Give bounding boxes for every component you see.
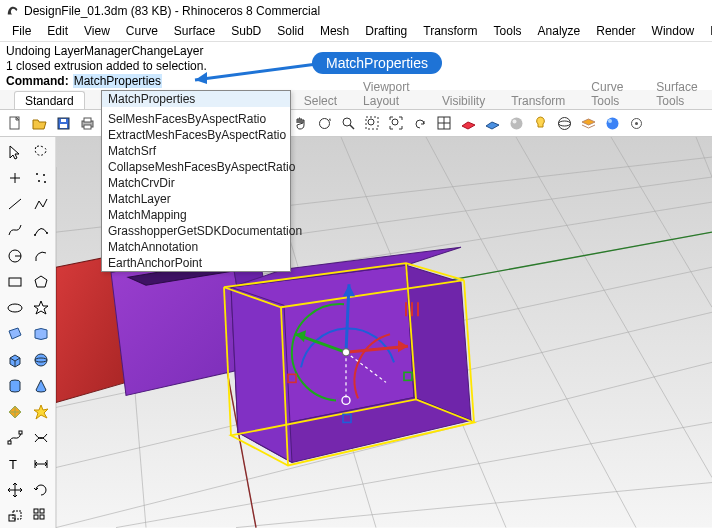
pan-hand-icon[interactable]: [289, 112, 311, 134]
command-input[interactable]: MatchProperties: [73, 74, 162, 88]
move-icon[interactable]: [2, 477, 28, 503]
points-icon[interactable]: [28, 165, 54, 191]
svg-point-37: [35, 354, 47, 366]
rectangle-icon[interactable]: [2, 269, 28, 295]
cone-icon[interactable]: [28, 373, 54, 399]
polygon-icon[interactable]: [28, 269, 54, 295]
surface-icon[interactable]: [2, 321, 28, 347]
svg-point-23: [635, 122, 638, 125]
shade-icon[interactable]: [505, 112, 527, 134]
polyline-icon[interactable]: [28, 191, 54, 217]
star-icon[interactable]: [28, 295, 54, 321]
tab-curve-tools[interactable]: Curve Tools: [580, 77, 641, 109]
text-icon[interactable]: T: [2, 451, 28, 477]
menu-mesh[interactable]: Mesh: [312, 22, 357, 40]
menu-subd[interactable]: SubD: [223, 22, 269, 40]
new-file-icon[interactable]: [4, 112, 26, 134]
open-file-icon[interactable]: [28, 112, 50, 134]
menu-drafting[interactable]: Drafting: [357, 22, 415, 40]
menu-curve[interactable]: Curve: [118, 22, 166, 40]
explode-icon[interactable]: [28, 399, 54, 425]
zoom-extents-icon[interactable]: [361, 112, 383, 134]
zoom-selected-icon[interactable]: [385, 112, 407, 134]
tab-viewport-layout[interactable]: Viewport Layout: [352, 77, 427, 109]
set-cplane-icon[interactable]: [457, 112, 479, 134]
sphere-icon[interactable]: [28, 347, 54, 373]
arc-icon[interactable]: [28, 243, 54, 269]
render-icon[interactable]: [601, 112, 623, 134]
save-file-icon[interactable]: [52, 112, 74, 134]
menu-surface[interactable]: Surface: [166, 22, 223, 40]
svg-rect-51: [40, 509, 44, 513]
loft-icon[interactable]: [28, 321, 54, 347]
autocomplete-item[interactable]: MatchAnnotation: [102, 239, 290, 255]
autocomplete-item[interactable]: MatchCrvDir: [102, 175, 290, 191]
menu-analyze[interactable]: Analyze: [530, 22, 589, 40]
autocomplete-item[interactable]: MatchProperties: [102, 91, 290, 107]
autocomplete-item[interactable]: GrasshopperGetSDKDocumentation: [102, 223, 290, 239]
autocomplete-item[interactable]: MatchMapping: [102, 207, 290, 223]
svg-point-27: [43, 174, 45, 176]
svg-rect-35: [9, 278, 21, 286]
rotate-view-icon[interactable]: [313, 112, 335, 134]
svg-point-29: [44, 181, 46, 183]
svg-point-17: [512, 119, 516, 123]
svg-line-30: [9, 199, 21, 209]
autocomplete-item[interactable]: SelMeshFacesByAspectRatio: [102, 111, 290, 127]
svg-point-16: [510, 117, 522, 129]
command-autocomplete[interactable]: MatchProperties SelMeshFacesByAspectRati…: [101, 90, 291, 272]
menu-help[interactable]: Help: [702, 22, 712, 40]
svg-rect-2: [60, 124, 67, 128]
array-icon[interactable]: [28, 503, 54, 528]
curve-icon[interactable]: [2, 217, 28, 243]
svg-point-28: [38, 180, 40, 182]
blend-icon[interactable]: [28, 425, 54, 451]
circle-icon[interactable]: [2, 243, 28, 269]
autocomplete-item[interactable]: MatchSrf: [102, 143, 290, 159]
interp-curve-icon[interactable]: [28, 217, 54, 243]
cylinder-icon[interactable]: [2, 373, 28, 399]
max-viewport-icon[interactable]: [433, 112, 455, 134]
tab-surface-tools[interactable]: Surface Tools: [645, 77, 712, 109]
menu-render[interactable]: Render: [588, 22, 643, 40]
undo-view-icon[interactable]: [409, 112, 431, 134]
control-points-icon[interactable]: [2, 425, 28, 451]
autocomplete-item[interactable]: CollapseMeshFacesByAspectRatio: [102, 159, 290, 175]
svg-point-12: [392, 119, 398, 125]
tab-visibility[interactable]: Visibility: [431, 91, 496, 109]
zoom-icon[interactable]: [337, 112, 359, 134]
menu-solid[interactable]: Solid: [269, 22, 312, 40]
rotate-icon[interactable]: [28, 477, 54, 503]
properties-icon[interactable]: [625, 112, 647, 134]
print-icon[interactable]: [76, 112, 98, 134]
tab-transform[interactable]: Transform: [500, 91, 576, 109]
menu-window[interactable]: Window: [644, 22, 703, 40]
tab-select[interactable]: Select: [293, 91, 348, 109]
svg-point-18: [558, 117, 570, 129]
menu-view[interactable]: View: [76, 22, 118, 40]
line-icon[interactable]: [2, 191, 28, 217]
dimension-icon[interactable]: [28, 451, 54, 477]
point-icon[interactable]: [2, 165, 28, 191]
pointer-icon[interactable]: [2, 139, 28, 165]
menu-transform[interactable]: Transform: [415, 22, 485, 40]
svg-text:T: T: [9, 457, 17, 472]
mesh-icon[interactable]: [2, 399, 28, 425]
scale-icon[interactable]: [2, 503, 28, 528]
menu-tools[interactable]: Tools: [486, 22, 530, 40]
tab-standard[interactable]: Standard: [14, 91, 85, 109]
menu-file[interactable]: File: [4, 22, 39, 40]
idea-icon[interactable]: [529, 112, 551, 134]
titlebar: DesignFile_01.3dm (83 KB) - Rhinoceros 8…: [0, 0, 712, 22]
svg-rect-3: [61, 119, 66, 122]
layer-icon[interactable]: [577, 112, 599, 134]
autocomplete-item[interactable]: ExtractMeshFacesByAspectRatio: [102, 127, 290, 143]
autocomplete-item[interactable]: MatchLayer: [102, 191, 290, 207]
lasso-icon[interactable]: [28, 139, 54, 165]
box-icon[interactable]: [2, 347, 28, 373]
wireframe-icon[interactable]: [553, 112, 575, 134]
set-view-icon[interactable]: [481, 112, 503, 134]
ellipse-icon[interactable]: [2, 295, 28, 321]
menu-edit[interactable]: Edit: [39, 22, 76, 40]
autocomplete-item[interactable]: EarthAnchorPoint: [102, 255, 290, 271]
